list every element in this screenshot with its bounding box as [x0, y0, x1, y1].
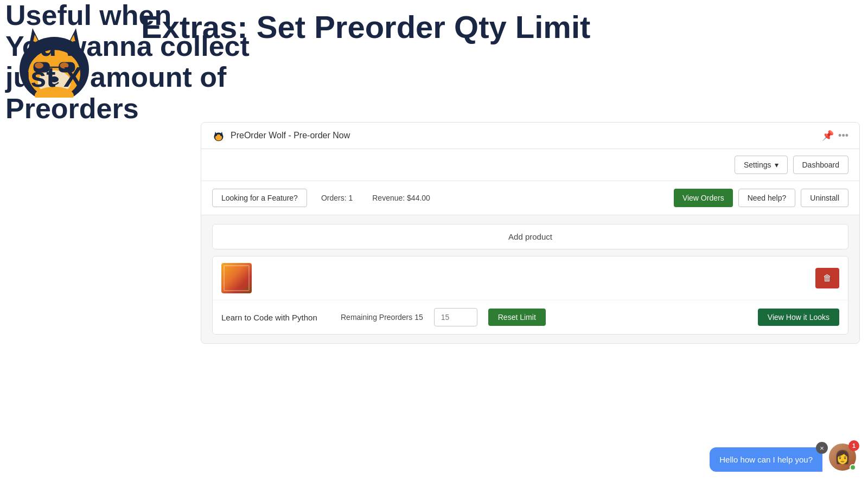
just-x-label: just X amount of — [5, 62, 250, 93]
view-how-it-looks-button[interactable]: View How it Looks — [758, 309, 839, 326]
revenue-stat: Revenue: $44.00 — [367, 194, 436, 202]
content-area: Add product 🗑 Learn to Code with Python … — [201, 215, 859, 343]
you-wanna-label: You wanna collect — [5, 31, 250, 62]
app-header-left: PreOrder Wolf - Pre-order Now — [212, 129, 350, 142]
dashboard-label: Dashboard — [802, 160, 840, 169]
product-image-row: 🗑 — [213, 256, 848, 300]
view-how-label: View How it Looks — [768, 313, 829, 322]
need-help-button[interactable]: Need help? — [738, 189, 796, 207]
product-section: 🗑 Learn to Code with Python Remaining Pr… — [212, 256, 848, 335]
add-product-button[interactable]: Add product — [213, 224, 848, 249]
chat-avatar[interactable]: 👩 1 — [828, 442, 857, 472]
product-thumbnail — [221, 263, 252, 293]
sidebar-labels: Useful when You wanna collect just X amo… — [5, 0, 250, 124]
add-product-section: Add product — [212, 224, 848, 249]
chat-bubble[interactable]: × Hello how can I help you? — [710, 447, 822, 472]
app-header: PreOrder Wolf - Pre-order Now 📌 ••• — [201, 123, 859, 149]
reset-limit-label: Reset Limit — [498, 313, 536, 322]
product-name: Learn to Code with Python — [221, 313, 330, 322]
info-bar-right: View Orders Need help? Uninstall — [674, 189, 848, 207]
preorders-label: Preorders — [5, 93, 250, 124]
useful-when-label: Useful when — [5, 0, 250, 31]
app-header-right: 📌 ••• — [822, 130, 848, 142]
remaining-preorders-label: Remaining Preorders 15 — [341, 313, 423, 322]
chat-message: Hello how can I help you? — [719, 455, 813, 464]
delete-product-button[interactable]: 🗑 — [815, 268, 839, 288]
app-wolf-icon — [212, 129, 225, 142]
add-product-label: Add product — [508, 232, 552, 241]
close-icon: × — [820, 444, 824, 452]
more-options-icon[interactable]: ••• — [838, 130, 848, 142]
feature-label: Looking for a Feature? — [221, 194, 298, 202]
trash-icon: 🗑 — [823, 273, 832, 282]
action-bar: Settings ▾ Dashboard — [201, 149, 859, 181]
orders-stat: Orders: 1 — [316, 194, 358, 202]
product-details-row: Learn to Code with Python Remaining Preo… — [213, 300, 848, 334]
settings-chevron-icon: ▾ — [775, 160, 778, 169]
view-orders-label: View Orders — [682, 194, 724, 202]
app-header-title: PreOrder Wolf - Pre-order Now — [231, 131, 350, 140]
reset-limit-button[interactable]: Reset Limit — [488, 309, 546, 326]
chat-close-button[interactable]: × — [816, 442, 828, 454]
qty-limit-input[interactable] — [434, 308, 477, 326]
product-thumb-inner — [221, 263, 252, 293]
online-status-indicator — [850, 464, 856, 471]
need-help-label: Need help? — [748, 194, 787, 202]
settings-button[interactable]: Settings ▾ — [735, 156, 788, 174]
uninstall-button[interactable]: Uninstall — [801, 189, 848, 207]
dashboard-button[interactable]: Dashboard — [793, 156, 849, 174]
info-bar: Looking for a Feature? Orders: 1 Revenue… — [201, 181, 859, 215]
view-orders-button[interactable]: View Orders — [674, 189, 733, 207]
uninstall-label: Uninstall — [810, 194, 839, 202]
feature-button[interactable]: Looking for a Feature? — [212, 189, 307, 207]
chat-notification-badge: 1 — [848, 440, 859, 451]
app-panel: PreOrder Wolf - Pre-order Now 📌 ••• Sett… — [201, 122, 860, 344]
chat-widget: × Hello how can I help you? 👩 1 — [710, 442, 857, 472]
settings-label: Settings — [744, 160, 771, 169]
pin-icon[interactable]: 📌 — [822, 130, 834, 142]
